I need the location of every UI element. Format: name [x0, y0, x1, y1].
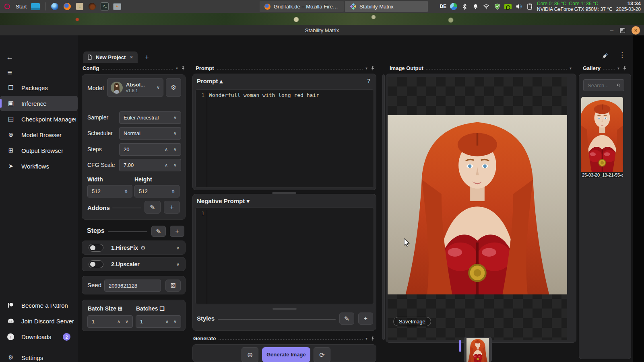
- collapse-caret-icon[interactable]: ▾: [365, 66, 367, 70]
- generate-panel-header[interactable]: Generate ▾: [193, 335, 375, 341]
- hiresfix-toggle[interactable]: [89, 244, 103, 252]
- back-button[interactable]: ←: [4, 51, 15, 63]
- collapse-caret-icon[interactable]: ▾: [617, 66, 619, 70]
- chevron-down-icon[interactable]: ∨: [125, 319, 128, 324]
- chevron-up-icon[interactable]: ∧: [165, 319, 169, 324]
- sidebar-item-settings[interactable]: ⚙ Settings: [0, 350, 78, 362]
- chevron-down-icon[interactable]: ∨: [176, 245, 180, 251]
- gimp-launcher-icon[interactable]: [88, 2, 96, 10]
- firefox-launcher-icon[interactable]: [63, 2, 71, 10]
- cfg-scale-stepper[interactable]: 7.00 ∧ ∨: [119, 159, 181, 171]
- collapse-caret-icon[interactable]: ▾: [365, 336, 367, 341]
- sidebar-item-downloads[interactable]: ↓ Downloads 2: [0, 329, 78, 344]
- close-button[interactable]: ×: [632, 26, 640, 35]
- image-output-header[interactable]: Image Output ▾: [390, 65, 572, 71]
- collapse-caret-icon[interactable]: ▾: [570, 66, 572, 70]
- tab-new-project[interactable]: New Project ×: [83, 51, 138, 63]
- gallery-thumbnail[interactable]: 25-03-20_13-21-55-a: [581, 97, 623, 178]
- steps-stepper[interactable]: 20 ∧ ∨: [119, 143, 181, 156]
- terminal-launcher-icon[interactable]: >_: [101, 2, 109, 10]
- negative-prompt-label[interactable]: Negative Prompt ▾: [197, 197, 250, 205]
- output-carousel-thumbnail[interactable]: [464, 337, 492, 362]
- clipboard-manager-icon[interactable]: [526, 3, 533, 10]
- display-settings-icon[interactable]: ▸: [113, 2, 121, 10]
- notifications-bell-icon[interactable]: [472, 3, 479, 10]
- chevron-down-icon[interactable]: ∨: [173, 147, 177, 152]
- desktop-pager-icon[interactable]: [31, 3, 40, 10]
- chevron-up-icon[interactable]: ∧: [165, 162, 168, 168]
- sidebar-item-checkpoint-manager[interactable]: ▤ Checkpoint Manager: [0, 111, 78, 127]
- pin-icon[interactable]: [181, 66, 186, 71]
- debian-logo-icon[interactable]: [3, 2, 11, 10]
- styles-add-button[interactable]: +: [358, 313, 373, 325]
- bluetooth-icon[interactable]: [461, 3, 468, 10]
- network-manager-icon[interactable]: [450, 3, 457, 10]
- model-select[interactable]: Absol... v1.8.1 ∨: [107, 78, 163, 97]
- pin-icon[interactable]: [370, 336, 375, 341]
- positive-prompt-label[interactable]: Prompt ▴: [197, 78, 223, 85]
- sidebar-item-inference[interactable]: ▣ Inference: [0, 96, 78, 111]
- randomize-seed-button[interactable]: ⚄: [165, 280, 181, 292]
- width-input[interactable]: 512 ⇅: [87, 185, 132, 197]
- task-firefox[interactable]: GridTalk.de – Mozilla Fire…: [260, 1, 344, 12]
- config-panel-header[interactable]: Config ▾: [83, 65, 186, 71]
- sampler-select[interactable]: Euler Ancestral ∨: [119, 111, 181, 124]
- generate-image-button[interactable]: Generate Image: [262, 347, 310, 362]
- minimize-button[interactable]: –: [610, 28, 613, 32]
- security-shield-icon[interactable]: [493, 3, 501, 10]
- gear-icon[interactable]: ⚙: [140, 245, 146, 251]
- sidebar-item-workflows[interactable]: ➤ Workflows: [0, 158, 78, 174]
- kebab-menu-icon[interactable]: ⋮: [619, 51, 625, 59]
- upscaler-module-card[interactable]: 2.Upscaler ∨: [82, 257, 186, 271]
- nvidia-settings-icon[interactable]: [504, 3, 512, 10]
- chevron-up-icon[interactable]: ∧: [165, 147, 168, 152]
- scheduler-select[interactable]: Normal ∨: [119, 127, 181, 140]
- help-icon[interactable]: ?: [367, 78, 370, 84]
- volume-icon[interactable]: [515, 3, 522, 10]
- sidebar-item-become-a-patron[interactable]: Become a Patron: [0, 298, 78, 313]
- generated-image[interactable]: [388, 115, 567, 294]
- save-image-node-badge[interactable]: SaveImage: [393, 317, 431, 326]
- add-to-queue-button[interactable]: ⊕: [242, 347, 258, 362]
- batches-stepper[interactable]: 1 ∧ ∨: [136, 315, 181, 328]
- addons-edit-button[interactable]: ✎: [144, 201, 161, 214]
- sidebar-item-model-browser[interactable]: ⊛ Model Browser: [0, 127, 78, 142]
- styles-edit-button[interactable]: ✎: [339, 313, 354, 325]
- wifi-icon[interactable]: [483, 3, 490, 10]
- steps-add-button[interactable]: +: [170, 226, 184, 237]
- upscaler-toggle[interactable]: [89, 260, 103, 268]
- height-input[interactable]: 512 ⇅: [134, 185, 180, 197]
- sidebar-item-output-browser[interactable]: ⊞ Output Browser: [0, 143, 78, 158]
- keyboard-layout-indicator[interactable]: DE: [440, 4, 446, 9]
- tab-close-icon[interactable]: ×: [130, 54, 133, 60]
- chevron-up-icon[interactable]: ∧: [117, 319, 120, 324]
- search-input[interactable]: [587, 82, 617, 89]
- chevron-down-icon[interactable]: ∨: [176, 262, 180, 267]
- start-button[interactable]: Start: [16, 4, 27, 10]
- window-titlebar[interactable]: Stability Matrix: [0, 25, 644, 35]
- splitter-handle[interactable]: [272, 308, 297, 310]
- connect-plug-icon[interactable]: [601, 51, 609, 60]
- pin-icon[interactable]: [622, 66, 627, 71]
- regenerate-button[interactable]: ⟳: [314, 347, 330, 362]
- prompt-panel-header[interactable]: Prompt ▾: [196, 65, 375, 71]
- gallery-header[interactable]: Gallery ▾: [583, 65, 627, 71]
- batch-size-stepper[interactable]: 1 ∧ ∨: [87, 315, 133, 328]
- maximize-button[interactable]: [620, 28, 625, 33]
- chevron-down-icon[interactable]: ∨: [173, 319, 177, 324]
- steps-edit-button[interactable]: ✎: [151, 226, 166, 237]
- thunderbird-launcher-icon[interactable]: [51, 2, 59, 10]
- sidebar-item-join-discord[interactable]: Join Discord Server: [0, 313, 78, 329]
- clock[interactable]: 13:34 2025-03-20: [616, 1, 642, 12]
- sidebar-item-packages[interactable]: ❒ Packages: [0, 80, 78, 95]
- model-settings-button[interactable]: ⚙: [166, 78, 181, 97]
- chevron-down-icon[interactable]: ∨: [173, 162, 177, 168]
- positive-prompt-editor[interactable]: 1 Wonderfull woman with long red hair: [195, 89, 374, 188]
- task-stability-matrix[interactable]: Stability Matrix: [345, 1, 428, 12]
- new-tab-button[interactable]: +: [145, 53, 149, 61]
- negative-prompt-editor[interactable]: 1: [195, 208, 374, 304]
- package-installer-icon[interactable]: ↓: [76, 2, 84, 10]
- gallery-search-box[interactable]: [583, 79, 624, 91]
- addons-add-button[interactable]: +: [164, 201, 180, 214]
- hiresfix-module-card[interactable]: 1.HiresFix ⚙ ∨: [82, 241, 186, 255]
